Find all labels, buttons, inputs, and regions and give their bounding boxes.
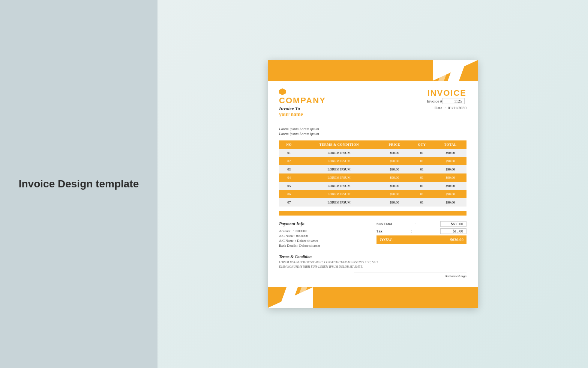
row-price: $90.00 <box>379 165 410 173</box>
row-price: $90.00 <box>379 190 410 198</box>
total-value: $630.00 <box>450 237 464 242</box>
table-row: 01 LOREM IPSUM $90.00 01 $90.00 <box>279 149 466 157</box>
total-row: TOTAL $630.00 <box>376 235 466 244</box>
row-price: $90.00 <box>379 157 410 165</box>
row-no: 05 <box>279 182 299 190</box>
subtotal-value: $630.00 <box>440 221 466 227</box>
row-desc: LOREM IPSUM <box>299 190 379 198</box>
total-label: TOTAL <box>380 237 393 242</box>
date-label: Date <box>420 106 442 110</box>
tax-label: Tax <box>376 229 382 233</box>
row-price: $90.00 <box>379 149 410 157</box>
invoice-number-label: Invoice # <box>420 99 442 103</box>
terms-title: Terms & Condition <box>279 254 466 259</box>
address-line-2: Lorem ipsum Lorem ipsum <box>279 132 466 136</box>
address-line-1: Lorem ipsum Lorem ipsum <box>279 127 466 131</box>
invoice-to-section: Invoice To your name <box>279 106 326 118</box>
company-header: COMPANY Invoice To your name INVOICE Inv… <box>279 88 466 121</box>
table-header-row: No Terms & Condition Price Qty Total <box>279 140 466 149</box>
invoice-word: INVOICE <box>420 88 466 98</box>
row-price: $90.00 <box>379 198 410 207</box>
table-row: 05 LOREM IPSUM $90.00 01 $90.00 <box>279 182 466 190</box>
row-total: $90.00 <box>434 165 466 173</box>
row-no: 06 <box>279 190 299 198</box>
row-price: $90.00 <box>379 173 410 182</box>
row-no: 01 <box>279 149 299 157</box>
row-desc: LOREM IPSUM <box>299 182 379 190</box>
row-price: $90.00 <box>379 182 410 190</box>
row-total: $90.00 <box>434 149 466 157</box>
payment-acname1: A/C Name : 0000000 <box>279 234 376 238</box>
row-no: 03 <box>279 165 299 173</box>
tax-row: Tax : $15.00 <box>376 228 466 234</box>
payment-left: Payment Info Account : 0000000 A/C Name … <box>279 221 376 249</box>
company-left: COMPANY Invoice To your name <box>279 88 326 121</box>
row-desc: LOREM IPSUM <box>299 198 379 207</box>
col-no: No <box>279 140 299 149</box>
col-terms: Terms & Condition <box>299 140 379 149</box>
header-top <box>268 60 478 81</box>
left-title: Invoice Design template <box>19 176 139 191</box>
tax-value: $15.00 <box>440 228 466 234</box>
col-price: Price <box>379 140 410 149</box>
header-stripe-2 <box>438 60 452 81</box>
row-qty: 01 <box>410 165 434 173</box>
date-value: 01/11/2030 <box>448 106 466 110</box>
company-icon <box>279 88 286 95</box>
invoice-number-value: 1125 <box>442 98 465 104</box>
invoice-table: No Terms & Condition Price Qty Total 01 … <box>279 140 466 207</box>
payment-section: Payment Info Account : 0000000 A/C Name … <box>279 221 466 249</box>
footer-bottom <box>268 287 478 308</box>
subtotal-row: Sub Total : $630.00 <box>376 221 466 227</box>
date-row: Date : 01/11/2030 <box>420 106 466 110</box>
subtotal-sep: : <box>416 222 417 226</box>
row-total: $90.00 <box>434 157 466 165</box>
company-name: COMPANY <box>279 96 326 106</box>
row-no: 04 <box>279 173 299 182</box>
payment-bank: Bank Details : Dolore sit amet <box>279 244 376 247</box>
payment-account: Account : 0000000 <box>279 229 376 233</box>
right-panel: COMPANY Invoice To your name INVOICE Inv… <box>158 0 588 368</box>
row-total: $90.00 <box>434 182 466 190</box>
table-row: 03 LOREM IPSUM $90.00 01 $90.00 <box>279 165 466 173</box>
terms-section: Terms & Condition Lorem ipsum dolor sit … <box>279 254 466 268</box>
row-qty: 01 <box>410 190 434 198</box>
table-row: 07 LOREM IPSUM $90.00 01 $90.00 <box>279 198 466 207</box>
row-desc: LOREM IPSUM <box>299 165 379 173</box>
terms-text: Lorem ipsum dolor sit amet, consectetuer… <box>279 260 384 268</box>
row-no: 02 <box>279 157 299 165</box>
authorised-sign: Authorised Sign <box>354 273 466 278</box>
invoice-title-right: INVOICE Invoice # 1125 Date : 01/11/2030 <box>420 88 466 112</box>
payment-title: Payment Info <box>279 221 376 227</box>
payment-acname2: A/C Name : Dolore sit amet <box>279 239 376 243</box>
col-qty: Qty <box>410 140 434 149</box>
invoice-body: COMPANY Invoice To your name INVOICE Inv… <box>268 81 478 287</box>
invoice-paper: COMPANY Invoice To your name INVOICE Inv… <box>268 60 478 308</box>
payment-right: Sub Total : $630.00 Tax : $15.00 TOTAL $… <box>376 221 466 249</box>
table-row: 02 LOREM IPSUM $90.00 01 $90.00 <box>279 157 466 165</box>
subtotal-label: Sub Total <box>376 222 392 226</box>
row-qty: 01 <box>410 173 434 182</box>
row-qty: 01 <box>410 149 434 157</box>
your-name: your name <box>279 112 326 118</box>
table-row: 04 LOREM IPSUM $90.00 01 $90.00 <box>279 173 466 182</box>
orange-bar <box>279 211 466 216</box>
header-stripe-1 <box>448 60 466 81</box>
invoice-number-row: Invoice # 1125 <box>420 98 466 104</box>
row-qty: 01 <box>410 157 434 165</box>
row-total: $90.00 <box>434 190 466 198</box>
col-total: Total <box>434 140 466 149</box>
row-desc: LOREM IPSUM <box>299 173 379 182</box>
meta-table: Invoice # 1125 Date : 01/11/2030 <box>420 98 466 110</box>
left-panel: Invoice Design template <box>0 0 158 368</box>
date-colon: : <box>442 106 448 110</box>
row-desc: LOREM IPSUM <box>299 149 379 157</box>
tax-sep: : <box>411 229 412 233</box>
row-total: $90.00 <box>434 173 466 182</box>
row-desc: LOREM IPSUM <box>299 157 379 165</box>
row-total: $90.00 <box>434 198 466 207</box>
row-qty: 01 <box>410 198 434 207</box>
table-row: 06 LOREM IPSUM $90.00 01 $90.00 <box>279 190 466 198</box>
row-qty: 01 <box>410 182 434 190</box>
row-no: 07 <box>279 198 299 207</box>
